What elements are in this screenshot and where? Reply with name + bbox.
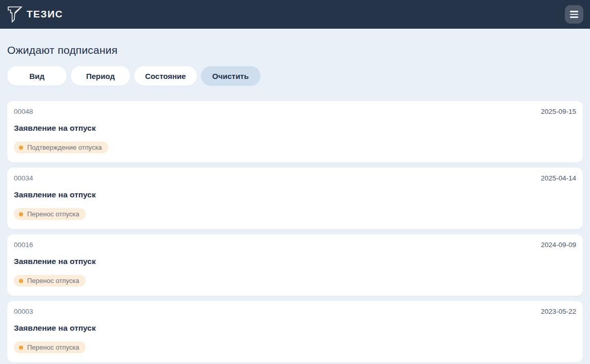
filter-period-button[interactable]: Период bbox=[71, 66, 130, 86]
status-badge: Перенос отпуска bbox=[14, 341, 86, 353]
status-label: Перенос отпуска bbox=[27, 277, 79, 285]
filter-bar: Вид Период Состояние Очистить bbox=[7, 66, 583, 86]
hamburger-icon bbox=[570, 11, 578, 12]
document-title: Заявление на отпуск bbox=[14, 257, 576, 266]
document-number: 00034 bbox=[14, 174, 33, 182]
document-number: 00016 bbox=[14, 241, 33, 249]
status-badge: Подтверждение отпуска bbox=[14, 141, 108, 153]
document-card[interactable]: 00034 2025-04-14 Заявление на отпуск Пер… bbox=[7, 168, 583, 229]
tezis-logo-icon bbox=[7, 6, 23, 23]
document-number: 00003 bbox=[14, 308, 33, 315]
status-dot-icon bbox=[19, 346, 23, 350]
filter-clear-button[interactable]: Очистить bbox=[201, 66, 260, 86]
brand-name: ТЕЗИС bbox=[27, 9, 63, 20]
document-list: 00048 2025-09-15 Заявление на отпуск Под… bbox=[7, 101, 583, 362]
status-dot-icon bbox=[19, 212, 23, 216]
status-badge: Перенос отпуска bbox=[14, 275, 86, 287]
document-date: 2023-05-22 bbox=[541, 308, 576, 315]
status-dot-icon bbox=[19, 279, 23, 283]
brand: ТЕЗИС bbox=[7, 6, 63, 23]
document-card[interactable]: 00016 2024-09-09 Заявление на отпуск Пер… bbox=[7, 234, 583, 296]
document-date: 2025-09-15 bbox=[541, 108, 576, 115]
document-title: Заявление на отпуск bbox=[14, 124, 576, 133]
filter-type-button[interactable]: Вид bbox=[7, 66, 67, 86]
main-content: Ожидают подписания Вид Период Состояние … bbox=[0, 44, 590, 362]
filter-state-button[interactable]: Состояние bbox=[134, 66, 197, 86]
status-badge: Перенос отпуска bbox=[14, 208, 86, 220]
app-header: ТЕЗИС bbox=[0, 0, 590, 29]
document-title: Заявление на отпуск bbox=[14, 323, 576, 333]
status-dot-icon bbox=[19, 146, 23, 150]
document-card[interactable]: 00048 2025-09-15 Заявление на отпуск Под… bbox=[7, 101, 583, 163]
document-date: 2025-04-14 bbox=[541, 174, 576, 182]
document-date: 2024-09-09 bbox=[541, 241, 576, 249]
document-number: 00048 bbox=[14, 108, 33, 115]
document-title: Заявление на отпуск bbox=[14, 190, 576, 199]
status-label: Подтверждение отпуска bbox=[27, 144, 102, 151]
status-label: Перенос отпуска bbox=[27, 210, 79, 218]
page-title: Ожидают подписания bbox=[7, 44, 583, 56]
menu-button[interactable] bbox=[565, 5, 583, 24]
document-card[interactable]: 00003 2023-05-22 Заявление на отпуск Пер… bbox=[7, 301, 583, 362]
status-label: Перенос отпуска bbox=[27, 343, 79, 351]
